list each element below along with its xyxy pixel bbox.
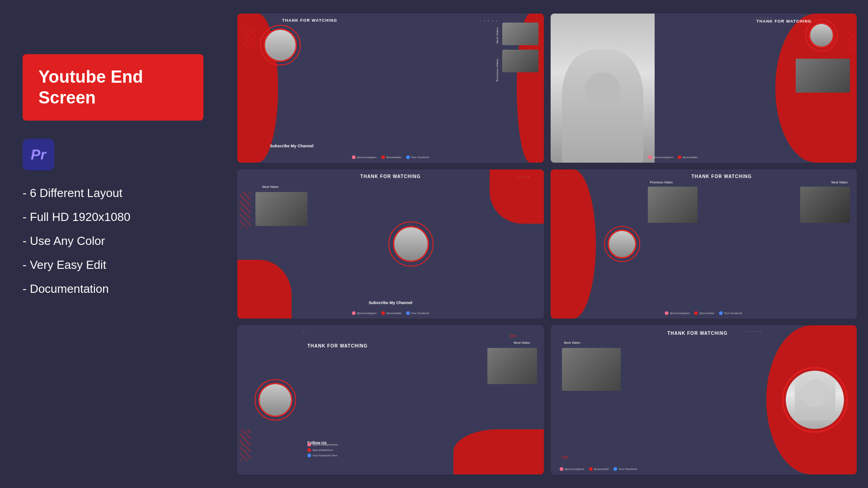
prev-video-label-4: Previous Video	[650, 181, 673, 184]
next-video-label-4: Next Video	[831, 181, 848, 184]
thank-text-2: THANK FOR WATCHING	[756, 19, 811, 23]
preview-card-5: THANK FOR WATCHING Follow Us @yourinstag…	[237, 325, 544, 474]
wavy-5: ≈≈	[509, 332, 516, 339]
thumb-1a	[502, 23, 538, 45]
avatar-circle-3	[393, 226, 429, 262]
social-row-3: @yourinstagram @yourtwitter Your Faceboo…	[352, 311, 429, 315]
premiere-pro-icon: Pr	[23, 139, 54, 170]
next-video-label-3: Next Video	[262, 185, 278, 188]
preview-card-1: THANK FOR WATCHING Subscribe My Channel …	[237, 14, 544, 163]
wavy-6: ≈≈	[562, 454, 569, 461]
feature-item-3: - Use Any Color	[23, 234, 203, 248]
thank-text-1: THANK FOR WATCHING	[282, 18, 337, 23]
prev-video-label-1: Previous Video	[496, 59, 499, 81]
thumb-4b	[800, 187, 850, 223]
thank-text-6: THANK FOR WATCHING	[667, 331, 727, 336]
next-video-label-6: Next Video	[564, 341, 580, 344]
preview-card-6: THANK FOR WATCHING Next Video ≈≈	[551, 325, 857, 474]
next-video-label-5: Next Video	[514, 341, 530, 344]
preview-card-3: THANK FOR WATCHING Next Video Subscribe …	[237, 169, 544, 319]
person-image-2	[551, 14, 655, 163]
thank-text-3: THANK FOR WATCHING	[360, 174, 420, 179]
social-col-5: @yourinstagramhere @yourtwitterhere Your…	[307, 443, 338, 457]
thank-text-4: THANK FOR WATCHING	[692, 174, 752, 179]
feature-item-5: - Documentation	[23, 282, 203, 296]
subscribe-label-3: Subscribe My Channel	[368, 300, 412, 305]
thumb-6	[562, 348, 621, 391]
title-banner: Youtube End Screen	[23, 54, 203, 121]
social-row-2: @yourinstagram @yourtwitter	[648, 155, 698, 159]
feature-item-2: - Full HD 868x488	[23, 210, 203, 224]
right-panel: THANK FOR WATCHING Subscribe My Channel …	[226, 0, 868, 488]
social-row-1: @yourinstagram @yourtwitter Your Faceboo…	[352, 155, 429, 159]
main-title: Youtube End Screen	[38, 67, 143, 107]
thumb-5	[487, 348, 537, 384]
avatar-circle-2	[809, 23, 834, 48]
preview-card-2: THANK FOR WATCHING @yourin	[551, 14, 857, 163]
features-list: - 6 Different Layout - Full HD 868x488…	[23, 186, 203, 296]
left-panel: Youtube End Screen Pr - 6 Different Layo…	[0, 0, 226, 488]
social-row-4: @yourinstagram @yourtwitter Your Faceboo…	[665, 311, 742, 315]
subscribe-label-1: Subscribe My Channel	[270, 144, 314, 148]
thumb-2	[796, 59, 850, 93]
avatar-circle-1	[264, 28, 297, 62]
preview-card-4: THANK FOR WATCHING Previous Video Next V…	[551, 169, 857, 319]
thumb-1b	[502, 50, 538, 72]
feature-item-4: - Very Easy Edit	[23, 258, 203, 272]
pr-label: Pr	[31, 146, 46, 163]
avatar-circle-4	[608, 230, 637, 258]
avatar-circle-5	[258, 383, 292, 417]
thumb-3	[255, 192, 307, 226]
next-video-label-1: Next Video	[496, 27, 499, 43]
thank-text-5: THANK FOR WATCHING	[307, 343, 368, 348]
feature-item-1: - 6 Different Layout	[23, 186, 203, 200]
social-row-6: @yourinstagram @yourtwitter Your Faceboo…	[560, 467, 637, 471]
avatar-circle-6	[786, 371, 844, 429]
thumb-4a	[648, 187, 698, 223]
